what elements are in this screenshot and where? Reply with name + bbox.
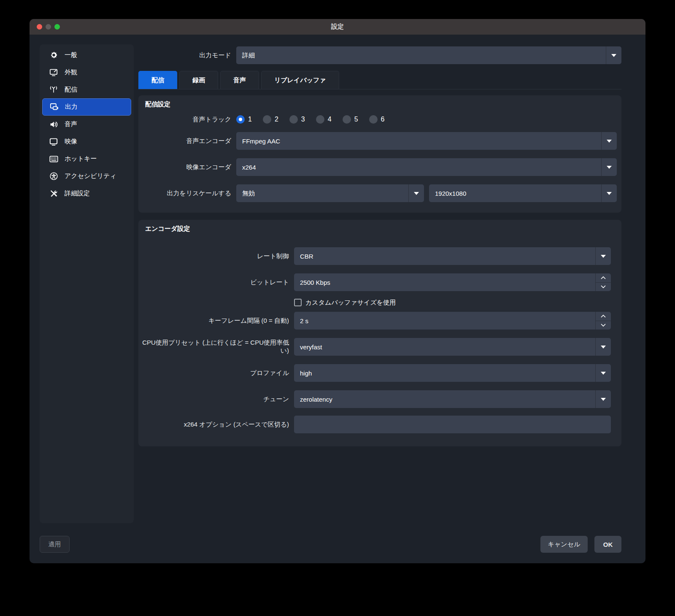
cpu-preset-label: CPU使用プリセット (上に行くほど = CPU使用率低い)	[138, 339, 289, 355]
radio-label: 2	[275, 116, 278, 123]
rescale-mode-select[interactable]: 無効	[236, 184, 424, 202]
tab-replay-buffer[interactable]: リプレイバッファ	[261, 71, 339, 89]
sidebar-item-accessibility[interactable]: アクセシビリティ	[42, 168, 131, 185]
cpu-preset-select[interactable]: veryfast	[294, 338, 611, 356]
sidebar-item-label: 音声	[65, 120, 77, 128]
sidebar-item-audio[interactable]: 音声	[42, 116, 131, 133]
title-bar: 設定	[30, 19, 645, 35]
profile-select[interactable]: high	[294, 364, 611, 382]
rescale-resolution-select[interactable]: 1920x1080	[429, 184, 617, 202]
sidebar-item-label: 映像	[65, 138, 77, 146]
cancel-button[interactable]: キャンセル	[540, 536, 588, 553]
rescale-output-label: 出力をリスケールする	[138, 189, 231, 197]
audio-encoder-select[interactable]: FFmpeg AAC	[236, 132, 617, 150]
bitrate-stepper[interactable]: 2500 Kbps	[294, 273, 611, 291]
audio-track-row: 音声トラック 1 2 3 4 5 6	[138, 115, 617, 124]
bitrate-row: ビットレート 2500 Kbps	[138, 273, 611, 291]
zoom-window-button[interactable]	[54, 24, 60, 30]
encoder-settings-title: エンコーダ設定	[138, 220, 621, 232]
audio-track-radio-3[interactable]: 3	[289, 115, 305, 124]
video-encoder-select[interactable]: x264	[236, 158, 617, 176]
sidebar-item-stream[interactable]: 配信	[42, 81, 131, 98]
sidebar-item-general[interactable]: 一般	[42, 46, 131, 64]
radio-label: 4	[328, 116, 332, 123]
radio-label: 1	[248, 116, 252, 123]
chevron-down-icon	[601, 158, 617, 176]
rescale-output-row: 出力をリスケールする 無効 1920x1080	[138, 184, 617, 202]
sidebar-item-video[interactable]: 映像	[42, 133, 131, 150]
increment-button[interactable]	[596, 273, 611, 283]
rescale-resolution-value: 1920x1080	[435, 190, 466, 197]
sidebar-item-hotkeys[interactable]: ホットキー	[42, 150, 131, 168]
accessibility-icon	[49, 172, 58, 181]
close-window-button[interactable]	[37, 24, 42, 30]
output-mode-select[interactable]: 詳細	[236, 46, 621, 64]
decrement-button[interactable]	[596, 321, 611, 330]
audio-track-radio-2[interactable]: 2	[263, 115, 278, 124]
minimize-window-button	[46, 24, 51, 30]
audio-track-radio-1[interactable]: 1	[236, 115, 252, 124]
sidebar-item-label: 詳細設定	[65, 189, 90, 197]
tools-icon	[49, 189, 58, 198]
output-tab-bar: 配信 録画 音声 リプレイバッファ	[138, 71, 621, 89]
tab-label: 音声	[233, 76, 246, 84]
window-title: 設定	[331, 23, 344, 31]
output-icon	[49, 103, 59, 111]
tune-label: チューン	[138, 395, 289, 403]
radio-label: 6	[381, 116, 385, 123]
radio-label: 3	[301, 116, 305, 123]
keyframe-interval-stepper[interactable]: 2 s	[294, 312, 611, 330]
sidebar-item-advanced[interactable]: 詳細設定	[42, 185, 131, 202]
speaker-icon	[49, 120, 58, 129]
decrement-button[interactable]	[596, 283, 611, 292]
traffic-lights	[37, 24, 60, 30]
tab-audio[interactable]: 音声	[220, 71, 259, 89]
video-encoder-value: x264	[242, 164, 256, 171]
stepper-buttons	[595, 273, 611, 291]
rescale-mode-value: 無効	[242, 189, 255, 197]
cpu-preset-row: CPU使用プリセット (上に行くほど = CPU使用率低い) veryfast	[138, 338, 611, 356]
chevron-down-icon	[606, 46, 621, 64]
sidebar-item-output[interactable]: 出力	[42, 98, 131, 116]
ok-button[interactable]: OK	[594, 536, 621, 553]
monitor-icon	[49, 138, 58, 146]
audio-encoder-row: 音声エンコーダ FFmpeg AAC	[138, 132, 617, 150]
increment-button[interactable]	[596, 312, 611, 321]
audio-track-radio-5[interactable]: 5	[343, 115, 358, 124]
profile-row: プロファイル high	[138, 364, 611, 382]
rate-control-row: レート制御 CBR	[138, 247, 611, 265]
bitrate-label: ビットレート	[138, 278, 289, 286]
sidebar-item-appearance[interactable]: 外観	[42, 64, 131, 81]
chevron-down-icon	[601, 184, 617, 202]
tab-label: 録画	[192, 76, 205, 84]
apply-button[interactable]: 適用	[40, 536, 70, 553]
bitrate-value: 2500 Kbps	[300, 279, 330, 286]
chevron-down-icon	[595, 338, 611, 356]
chevron-down-icon	[595, 364, 611, 382]
tune-row: チューン zerolatency	[138, 390, 611, 408]
audio-track-radio-group: 1 2 3 4 5 6	[236, 115, 617, 124]
radio-icon	[263, 115, 271, 124]
audio-track-radio-6[interactable]: 6	[369, 115, 385, 124]
gear-icon	[49, 51, 58, 59]
sidebar-item-label: ホットキー	[65, 155, 97, 163]
settings-main-panel: 出力モード 詳細 配信 録画 音声 リプレイバッファ 配信設定 音声トラック 1…	[138, 46, 621, 446]
stream-settings-group: 配信設定 音声トラック 1 2 3 4 5 6 音声エンコーダ FFmpeg A…	[138, 95, 621, 213]
audio-encoder-value: FFmpeg AAC	[242, 138, 280, 145]
x264-options-input[interactable]	[294, 416, 611, 433]
tab-recording[interactable]: 録画	[179, 71, 218, 89]
settings-window: 設定 一般 外観 配信 出力	[30, 19, 645, 563]
custom-buffer-label: カスタムバッファサイズを使用	[305, 299, 396, 307]
audio-track-radio-4[interactable]: 4	[316, 115, 332, 124]
tab-streaming[interactable]: 配信	[138, 71, 177, 89]
rate-control-select[interactable]: CBR	[294, 247, 611, 265]
stepper-buttons	[595, 312, 611, 330]
rate-control-value: CBR	[300, 253, 313, 260]
radio-icon	[343, 115, 351, 124]
tune-select[interactable]: zerolatency	[294, 390, 611, 408]
output-mode-value: 詳細	[242, 51, 255, 59]
profile-label: プロファイル	[138, 369, 289, 377]
output-mode-label: 出力モード	[138, 51, 231, 59]
tune-value: zerolatency	[300, 396, 332, 403]
custom-buffer-checkbox[interactable]	[294, 299, 302, 306]
